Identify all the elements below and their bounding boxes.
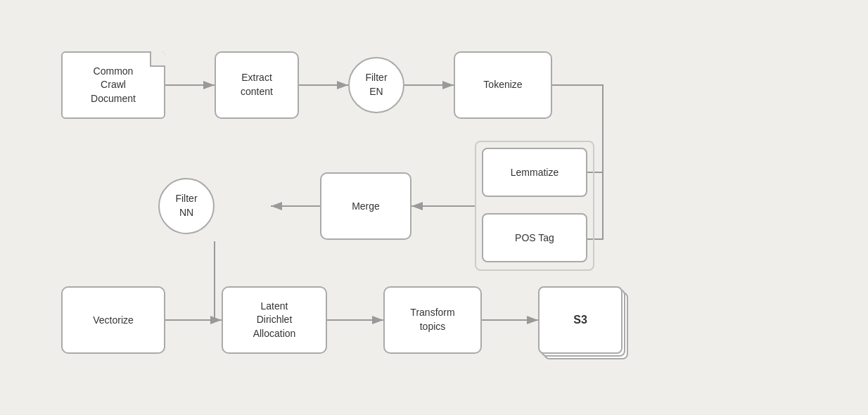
filter-nn-node: Filter NN — [158, 178, 215, 234]
merge-node: Merge — [320, 172, 411, 240]
lda-node: Latent Dirichlet Allocation — [222, 286, 327, 354]
s3-node: S3 — [538, 286, 623, 354]
filter-en-node: Filter EN — [348, 57, 404, 113]
common-crawl-node: Common Crawl Document — [61, 51, 165, 119]
vectorize-node: Vectorize — [61, 286, 165, 354]
extract-content-node: Extract content — [215, 51, 299, 119]
transform-topics-node: Transform topics — [383, 286, 482, 354]
pos-tag-node: POS Tag — [482, 213, 587, 262]
tokenize-node: Tokenize — [454, 51, 552, 119]
lemmatize-node: Lemmatize — [482, 148, 587, 197]
diagram: Common Crawl Document Extract content Fi… — [47, 18, 821, 397]
